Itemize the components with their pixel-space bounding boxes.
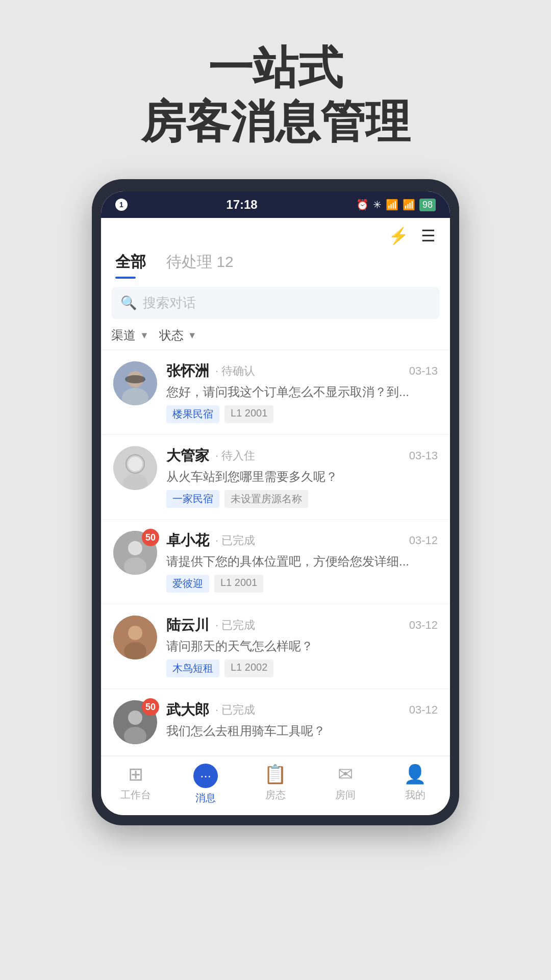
message-item[interactable]: 大管家 · 待入住 03-13 从火车站到您哪里需要多久呢？ 一家民宿 未设置房… [101, 435, 450, 520]
avatar [113, 446, 157, 490]
message-item[interactable]: 陆云川 · 已完成 03-12 请问那天的天气怎么样呢？ 木鸟短租 L1 200… [101, 604, 450, 689]
unread-badge: 50 [142, 698, 159, 716]
nav-schedule[interactable]: 📋 房态 [250, 764, 301, 805]
avatar-wrap [113, 361, 157, 405]
nav-workbench-label: 工作台 [120, 788, 151, 802]
avatar [113, 616, 157, 659]
tag-platform: 楼果民宿 [166, 405, 219, 423]
message-tags: 楼果民宿 L1 2001 [166, 405, 438, 423]
avatar-wrap: 50 [113, 531, 157, 575]
message-content: 陆云川 · 已完成 03-12 请问那天的天气怎么样呢？ 木鸟短租 L1 200… [166, 616, 438, 677]
status-bar-left: 1 [115, 199, 128, 211]
message-preview: 我们怎么去租用骑车工具呢？ [166, 723, 438, 739]
message-content: 卓小花 · 已完成 03-12 请提供下您的具体位置吧，方便给您发详细... 爱… [166, 531, 438, 593]
menu-icon[interactable]: ☰ [421, 226, 436, 246]
status-filter[interactable]: 状态 ▼ [159, 327, 197, 344]
message-name-row: 陆云川 · 已完成 [166, 616, 255, 635]
message-top: 大管家 · 待入住 03-13 [166, 446, 438, 465]
search-icon: 🔍 [120, 295, 137, 311]
message-name-row: 卓小花 · 已完成 [166, 531, 255, 550]
phone-mockup: 1 17:18 ⏰ ✳ 📶 📶 98 ⚡ ☰ 全部 待处理 12 [92, 179, 459, 825]
tag-room: L1 2001 [214, 575, 263, 593]
message-top: 张怀洲 · 待确认 03-13 [166, 361, 438, 381]
message-time: 03-12 [409, 619, 438, 632]
schedule-icon: 📋 [264, 764, 287, 785]
nav-profile-label: 我的 [405, 788, 425, 802]
message-tags: 一家民宿 未设置房源名称 [166, 490, 438, 508]
messages-bubble-icon: ··· [193, 764, 218, 788]
tab-all[interactable]: 全部 [115, 252, 146, 279]
phone-screen: 1 17:18 ⏰ ✳ 📶 📶 98 ⚡ ☰ 全部 待处理 12 [101, 191, 450, 815]
message-time: 03-12 [409, 534, 438, 547]
profile-icon: 👤 [404, 764, 427, 785]
message-preview: 您好，请问我这个订单怎么不显示取消？到... [166, 384, 438, 400]
nav-profile[interactable]: 👤 我的 [390, 764, 441, 805]
message-name: 张怀洲 [166, 361, 209, 381]
tag-platform: 爱彼迎 [166, 575, 209, 593]
filter-row: 渠道 ▼ 状态 ▼ [101, 327, 450, 350]
message-name-row: 张怀洲 · 待确认 [166, 361, 255, 381]
hero-section: 一站式 房客消息管理 [141, 41, 410, 149]
channel-filter[interactable]: 渠道 ▼ [111, 327, 149, 344]
status-filter-label: 状态 [159, 327, 184, 344]
message-content: 大管家 · 待入住 03-13 从火车站到您哪里需要多久呢？ 一家民宿 未设置房… [166, 446, 438, 508]
message-content: 张怀洲 · 待确认 03-13 您好，请问我这个订单怎么不显示取消？到... 楼… [166, 361, 438, 423]
message-name-row: 武大郎 · 已完成 [166, 700, 255, 720]
message-preview: 从火车站到您哪里需要多久呢？ [166, 469, 438, 485]
app-header: ⚡ ☰ 全部 待处理 12 [101, 218, 450, 279]
nav-room-label: 房间 [335, 788, 356, 802]
alarm-icon: ⏰ [356, 199, 369, 211]
nav-room[interactable]: ✉ 房间 [320, 764, 371, 805]
message-name-row: 大管家 · 待入住 [166, 446, 255, 465]
lightning-icon[interactable]: ⚡ [388, 226, 409, 246]
message-preview: 请问那天的天气怎么样呢？ [166, 638, 438, 654]
tab-pending[interactable]: 待处理 12 [166, 252, 234, 279]
hero-line2: 房客消息管理 [141, 95, 410, 149]
svg-point-12 [128, 626, 142, 640]
tag-room: L1 2002 [224, 659, 273, 677]
hero-line1: 一站式 [141, 41, 410, 95]
nav-messages[interactable]: ··· 消息 [180, 764, 231, 805]
notification-dot: 1 [115, 199, 128, 211]
nav-messages-label: 消息 [195, 791, 216, 805]
nav-workbench[interactable]: ⊞ 工作台 [110, 764, 161, 805]
message-tags: 木鸟短租 L1 2002 [166, 659, 438, 677]
header-icons: ⚡ ☰ [115, 226, 436, 246]
tag-platform: 一家民宿 [166, 490, 219, 508]
bluetooth-icon: ✳ [373, 199, 382, 211]
message-tags: 爱彼迎 L1 2001 [166, 575, 438, 593]
avatar-wrap: 50 [113, 700, 157, 744]
room-icon: ✉ [338, 764, 353, 785]
avatar-wrap [113, 446, 157, 490]
message-name: 大管家 [166, 446, 209, 465]
search-bar[interactable]: 🔍 搜索对话 [111, 287, 440, 319]
message-item[interactable]: 50 武大郎 · 已完成 03-12 我们怎么去租用骑车工具呢？ [101, 689, 450, 756]
message-name: 陆云川 [166, 616, 209, 635]
tag-room: 未设置房源名称 [224, 490, 308, 508]
unread-badge: 50 [142, 529, 159, 546]
bottom-nav: ⊞ 工作台 ··· 消息 📋 房态 ✉ 房间 👤 我的 [101, 756, 450, 815]
channel-filter-label: 渠道 [111, 327, 136, 344]
message-name: 卓小花 [166, 531, 209, 550]
avatar [113, 361, 157, 405]
svg-point-3 [125, 375, 145, 383]
status-bar-right: ⏰ ✳ 📶 📶 98 [356, 199, 436, 211]
nav-schedule-label: 房态 [265, 788, 286, 802]
message-status: · 待确认 [215, 363, 255, 379]
message-name: 武大郎 [166, 700, 209, 720]
message-time: 03-13 [409, 364, 438, 378]
tag-room: L1 2001 [224, 405, 273, 423]
wifi-icon: 📶 [386, 199, 398, 211]
channel-filter-arrow: ▼ [140, 330, 149, 341]
workbench-icon: ⊞ [128, 764, 143, 785]
message-status: · 已完成 [215, 702, 255, 718]
message-item[interactable]: 张怀洲 · 待确认 03-13 您好，请问我这个订单怎么不显示取消？到... 楼… [101, 350, 450, 435]
status-filter-arrow: ▼ [188, 330, 197, 341]
message-tabs: 全部 待处理 12 [115, 252, 436, 279]
message-list: 张怀洲 · 待确认 03-13 您好，请问我这个订单怎么不显示取消？到... 楼… [101, 350, 450, 756]
status-bar: 1 17:18 ⏰ ✳ 📶 📶 98 [101, 191, 450, 218]
message-status: · 已完成 [215, 618, 255, 633]
message-item[interactable]: 50 卓小花 · 已完成 03-12 请提供下您的具体位置吧，方便给您发详细..… [101, 520, 450, 604]
status-time: 17:18 [226, 198, 257, 212]
svg-point-15 [128, 710, 142, 725]
